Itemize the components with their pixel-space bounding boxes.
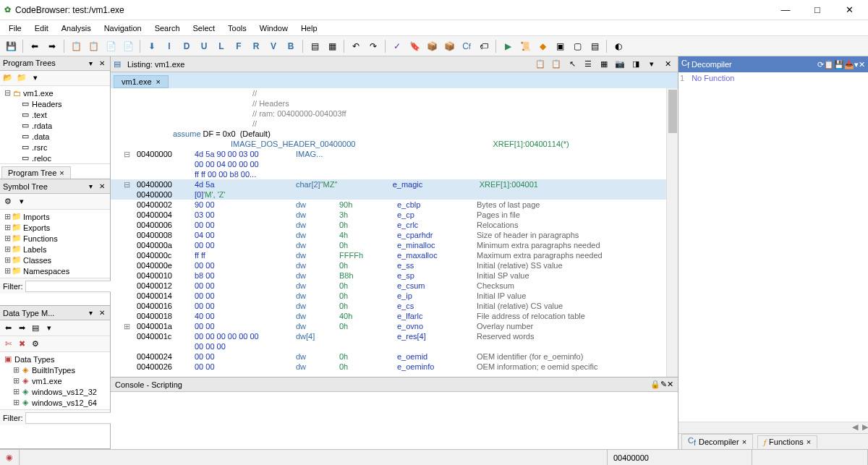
dc-save-icon[interactable]: 💾 [834,60,844,69]
listing-row[interactable]: 00400002 90 00 dw 90h e_cblp Bytes of la… [111,200,678,210]
func-button[interactable]: Cf [459,38,475,54]
folder-icon[interactable]: 📁 [15,72,28,85]
check-button[interactable]: ✓ [389,38,405,54]
listing-row[interactable]: 00400024 00 00 dw 0h e_oemid OEM identif… [111,351,678,362]
dc-close-icon[interactable]: ✕ [859,60,865,69]
dt-conf-icon[interactable]: ⚙ [29,338,42,351]
dc-copy-icon[interactable]: 📋 [824,60,834,69]
dt-filter-input[interactable] [25,412,124,424]
redo-button[interactable]: ↷ [365,38,381,54]
mark-f-button[interactable]: F [231,38,247,54]
lh-view-icon[interactable]: ▦ [597,58,611,71]
tree-node-rdata[interactable]: ▭.rdata [1,120,109,131]
mark-b-button[interactable]: B [283,38,299,54]
mark-i-button[interactable]: I [161,38,177,54]
listing-row[interactable]: 00400012 00 00 dw 0h e_csum Checksum [111,281,678,291]
listing-row[interactable]: IMAGE_DOS_HEADER_00400000XREF[1]: 004001… [111,139,678,149]
panel-close-icon[interactable]: ✕ [97,308,107,318]
menu-tools[interactable]: Tools [222,22,252,34]
mark-v-button[interactable]: V [265,38,281,54]
tab-close-icon[interactable]: × [156,77,161,86]
listing-row[interactable]: ⊟00400000 4d 5a char[2] "MZ" e_magic XRE… [111,179,678,189]
graph1-button[interactable]: ▤ [307,38,323,54]
console-edit-icon[interactable]: ✎ [660,380,667,389]
mark-u-button[interactable]: U [196,38,212,54]
panel-menu-icon[interactable]: ▾ [85,182,95,192]
listing-row[interactable]: assume DF = 0x0 (Default) [111,129,678,139]
sym-labels[interactable]: ⊞📁Labels [1,244,109,255]
dt-back-icon[interactable]: ⬅ [1,322,14,335]
listing-row[interactable]: 00400004 03 00 dw 3h e_cp Pages in file [111,210,678,220]
st-dropdown-icon[interactable]: ▾ [15,195,28,208]
menu-search[interactable]: Search [149,22,186,34]
sym-exports[interactable]: ⊞📁Exports [1,222,109,233]
dt-vm1[interactable]: ⊞◈vm1.exe [1,375,109,386]
lh-copy-icon[interactable]: 📋 [533,58,548,71]
lh-cursor-icon[interactable]: ↖ [565,58,579,71]
undo-button[interactable]: ↶ [348,38,364,54]
listing-row[interactable]: 00400006 00 00 dw 0h e_crlc Relocations [111,220,678,230]
lh-menu-icon[interactable]: ▾ [644,58,659,71]
paste-button[interactable]: 📋 [85,38,101,54]
listing-row[interactable]: // [111,119,678,129]
tab-close-icon[interactable]: × [807,438,811,446]
decomp-hscroll[interactable]: ◀ ▶ [678,422,868,433]
listing-row[interactable]: // [111,88,678,98]
panel-menu-icon[interactable]: ▾ [85,308,95,318]
back-button[interactable]: ⬅ [27,38,43,54]
dt-root[interactable]: ▣Data Types [1,354,109,364]
tree-node-headers[interactable]: ▭Headers [1,98,109,109]
mark-r-button[interactable]: R [248,38,264,54]
listing-row[interactable]: 0040000c ff ff dw FFFFh e_maxalloc Maxim… [111,250,678,260]
console-close-icon[interactable]: ✕ [667,380,673,389]
listing-row[interactable]: 00 00 00 [111,341,678,351]
tree-node-rsrc[interactable]: ▭.rsrc [1,142,109,153]
window2-button[interactable]: ▢ [569,38,585,54]
mark-l-button[interactable]: L [213,38,229,54]
lh-bars-icon[interactable]: ☰ [581,58,595,71]
panel-close-icon[interactable]: ✕ [97,58,107,68]
graph2-button[interactable]: ▦ [324,38,340,54]
tool3-button[interactable]: 📄 [103,38,119,54]
dc-export-icon[interactable]: 📤 [844,60,854,69]
window3-button[interactable]: ▤ [587,38,603,54]
dt-builtin[interactable]: ⊞◈BuiltInTypes [1,364,109,375]
tab-close-icon[interactable]: × [742,438,746,446]
console-body[interactable] [111,392,678,449]
window1-button[interactable]: ▣ [552,38,568,54]
dt-win32[interactable]: ⊞◈windows_vs12_32 [1,386,109,397]
menu-analysis[interactable]: Analysis [56,22,97,34]
menu-file[interactable]: File [3,22,27,34]
save-button[interactable]: 💾 [3,38,19,54]
panel-close-icon[interactable]: ✕ [97,182,107,192]
tree-node-reloc[interactable]: ▭.reloc [1,153,109,163]
listing-row[interactable]: ff ff 00 00 b8 00... [111,169,678,179]
sym-namespaces[interactable]: ⊞📁Namespaces [1,265,109,276]
menu-help[interactable]: Help [295,22,323,34]
listing-row[interactable]: 00400000 [0] 'M', 'Z' [111,189,678,200]
st-tool-icon[interactable]: ⚙ [1,195,14,208]
console-lock-icon[interactable]: 🔒 [650,380,660,389]
listing-row[interactable]: 0040000e 00 00 dw 0h e_ss Initial (relat… [111,260,678,270]
listing-row[interactable]: // Headers [111,98,678,108]
symbol-filter-input[interactable] [25,281,124,292]
tab-vm1[interactable]: vm1.exe × [114,75,169,88]
menu-window[interactable]: Window [254,22,294,34]
menu-edit[interactable]: Edit [29,22,54,34]
minimize-button[interactable]: — [771,2,800,18]
listing-body[interactable]: //// Headers// ram: 00400000-004003ff//a… [111,88,678,377]
dt-del-icon[interactable]: ✖ [15,338,28,351]
tag-button[interactable]: 🏷 [476,38,492,54]
listing-row[interactable]: 00400016 00 00 dw 0h e_cs Initial (relat… [111,301,678,311]
tree-dropdown-icon[interactable]: ▾ [29,72,42,85]
listing-row[interactable]: ⊟00400000 4d 5a 90 00 03 00 IMAG... [111,149,678,159]
dt-cut-icon[interactable]: ✄ [1,338,14,351]
lh-close-icon[interactable]: ✕ [660,58,675,71]
dt-dropdown-icon[interactable]: ▾ [43,322,56,335]
maximize-button[interactable]: □ [803,2,832,18]
sym-functions[interactable]: ⊞📁Functions [1,233,109,244]
mark-d-button[interactable]: D [179,38,195,54]
listing-row[interactable]: 0040000a 00 00 dw 0h e_minalloc Minimum … [111,240,678,250]
dt-tool-icon[interactable]: ▤ [29,322,42,335]
forward-button[interactable]: ➡ [44,38,60,54]
